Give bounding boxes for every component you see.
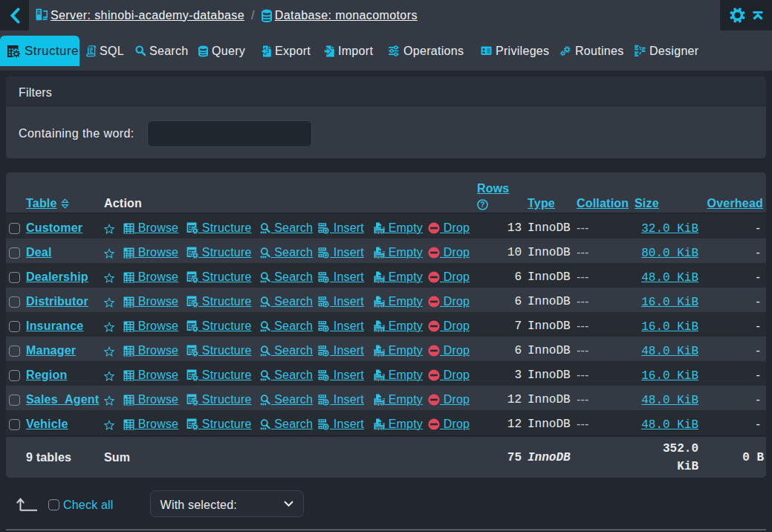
- svg-text:?: ?: [480, 201, 484, 209]
